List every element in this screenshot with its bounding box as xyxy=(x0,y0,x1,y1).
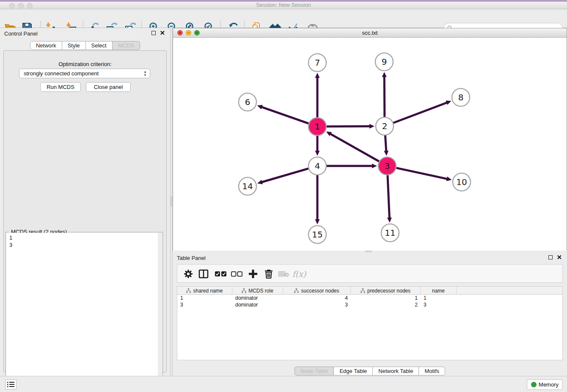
edge-arrowhead xyxy=(372,164,377,168)
graph-edge-1-6[interactable] xyxy=(261,107,308,123)
edge-arrowhead xyxy=(384,151,388,156)
table-cell[interactable]: 1 xyxy=(351,295,421,301)
graph-edge-3-11[interactable] xyxy=(388,175,390,218)
tab-network-table[interactable]: Network Table xyxy=(373,367,419,375)
column-header-mcds-role[interactable]: MCDS role xyxy=(232,287,283,295)
tab-motifs[interactable]: Motifs xyxy=(419,367,445,375)
table-panel-title: Table Panel xyxy=(177,255,206,261)
table-row[interactable]: 3dominator323 xyxy=(177,301,562,308)
network-window-titlebar[interactable]: × − + scc.txt xyxy=(173,28,567,38)
unchecked-boxes-icon xyxy=(231,271,242,277)
list-icon xyxy=(7,381,15,388)
gear-icon xyxy=(183,269,193,279)
tab-edge-table[interactable]: Edge Table xyxy=(334,367,373,375)
attribute-tree-icon xyxy=(294,288,299,293)
table-settings-button[interactable] xyxy=(182,267,195,281)
task-history-button[interactable] xyxy=(5,379,17,389)
tab-style[interactable]: Style xyxy=(62,41,86,50)
table-cell[interactable]: 4 xyxy=(283,295,351,301)
control-panel-close-icon[interactable]: ✕ xyxy=(160,31,165,35)
mcds-result-line: 1 xyxy=(9,234,158,241)
column-header-successor-nodes[interactable]: successor nodes xyxy=(283,287,351,295)
function-builder-button[interactable]: f(x) xyxy=(292,267,306,281)
column-header-name[interactable]: name xyxy=(421,287,457,295)
run-mcds-button[interactable]: Run MCDS xyxy=(40,82,81,92)
memory-status-icon xyxy=(531,382,537,387)
tab-network[interactable]: Network xyxy=(30,41,62,50)
graph-node-label: 8 xyxy=(458,92,464,102)
table-cell[interactable]: 1 xyxy=(177,295,232,301)
edge-arrowhead xyxy=(315,151,320,156)
table-cell[interactable]: 2 xyxy=(351,301,421,308)
edge-arrowhead xyxy=(257,105,263,109)
show-columns-button[interactable] xyxy=(197,267,210,281)
network-canvas[interactable]: 1234678910111415 xyxy=(173,38,567,251)
delete-table-button[interactable] xyxy=(277,267,291,281)
window-title: Session: New Session xyxy=(0,2,567,8)
edge-arrowhead xyxy=(446,177,452,181)
graph-edge-1-2[interactable] xyxy=(327,126,370,127)
close-panel-button[interactable]: Close panel xyxy=(86,82,131,92)
table-panel-float-icon[interactable] xyxy=(548,255,553,259)
control-panel-title: Control Panel xyxy=(4,30,38,37)
table-cell[interactable]: dominator xyxy=(232,301,283,308)
control-panel-float-icon[interactable] xyxy=(151,31,156,35)
graph-node-label: 10 xyxy=(456,177,467,187)
create-column-button[interactable] xyxy=(246,267,260,281)
dropdown-stepper-icon: ▲▼ xyxy=(143,70,147,77)
table-cell[interactable]: 1 xyxy=(421,295,457,301)
mcds-result-text[interactable]: 13 xyxy=(6,233,158,392)
memory-label: Memory xyxy=(539,381,559,388)
criterion-dropdown[interactable]: strongly connected component ▲▼ xyxy=(19,69,150,78)
column-header-predecessor-nodes[interactable]: predecessor nodes xyxy=(351,287,421,295)
tab-node-table[interactable]: Node Table xyxy=(295,367,334,375)
table-cell[interactable]: dominator xyxy=(232,295,283,301)
graph-node-label: 14 xyxy=(242,181,253,191)
network-view-window: × − + scc.txt 1234678910111415 xyxy=(173,28,567,251)
table-panel: Table Panel ✕ xyxy=(173,252,567,376)
graph-edge-2-8[interactable] xyxy=(394,102,448,123)
graph-node-label: 6 xyxy=(245,97,250,107)
graph-node-label: 7 xyxy=(315,58,320,68)
table-panel-tabs: Node TableEdge TableNetwork TableMotifs xyxy=(173,367,567,375)
graph-node-label: 4 xyxy=(315,161,320,171)
control-panel: Control Panel ✕ NetworkStyleSelectMCDS O… xyxy=(0,28,170,376)
tab-select[interactable]: Select xyxy=(86,41,113,50)
graph-node-label: 3 xyxy=(385,161,390,171)
graph-edge-3-10[interactable] xyxy=(396,168,448,179)
tab-mcds[interactable]: MCDS xyxy=(113,41,140,50)
splitter-grip[interactable] xyxy=(171,196,172,207)
status-bar: Memory xyxy=(0,376,567,392)
table-cell[interactable]: 3 xyxy=(283,301,351,308)
column-header-shared-name[interactable]: shared name xyxy=(177,287,232,295)
graph-node-label: 15 xyxy=(312,229,322,240)
network-graph[interactable]: 1234678910111415 xyxy=(173,38,567,251)
select-all-button[interactable] xyxy=(214,267,227,281)
delete-column-button[interactable] xyxy=(262,267,275,281)
table-panel-close-icon[interactable]: ✕ xyxy=(556,255,562,259)
edge-arrowhead xyxy=(315,73,320,78)
result-scrollbar[interactable] xyxy=(158,233,162,392)
table-toolbar: f(x) xyxy=(177,264,563,283)
column-header-label: predecessor nodes xyxy=(367,288,410,294)
attribute-tree-icon xyxy=(361,288,365,293)
memory-button[interactable]: Memory xyxy=(527,379,563,390)
network-window-title: scc.txt xyxy=(173,30,567,36)
plus-icon xyxy=(248,269,258,279)
graph-edge-2-9[interactable] xyxy=(384,76,385,117)
graph-edge-4-14[interactable] xyxy=(261,168,308,182)
criterion-value: strongly connected component xyxy=(24,70,99,77)
table-cell[interactable]: 3 xyxy=(177,301,232,308)
deselect-all-button[interactable] xyxy=(230,267,243,281)
mcds-panel-body: Optimization criterion: strongly connect… xyxy=(3,50,167,373)
graph-edge-2-3[interactable] xyxy=(385,135,386,152)
attribute-tree-icon xyxy=(242,288,246,293)
edge-arrowhead xyxy=(382,72,387,77)
graph-node-label: 2 xyxy=(382,121,388,131)
graph-edge-3-1[interactable] xyxy=(330,134,379,162)
optimization-criterion-label: Optimization criterion: xyxy=(4,61,166,67)
table-row[interactable]: 1dominator411 xyxy=(177,295,562,301)
table-cell[interactable]: 3 xyxy=(421,301,457,308)
mcds-result-line: 3 xyxy=(9,241,158,248)
node-table: shared nameMCDS rolesuccessor nodesprede… xyxy=(177,286,563,360)
